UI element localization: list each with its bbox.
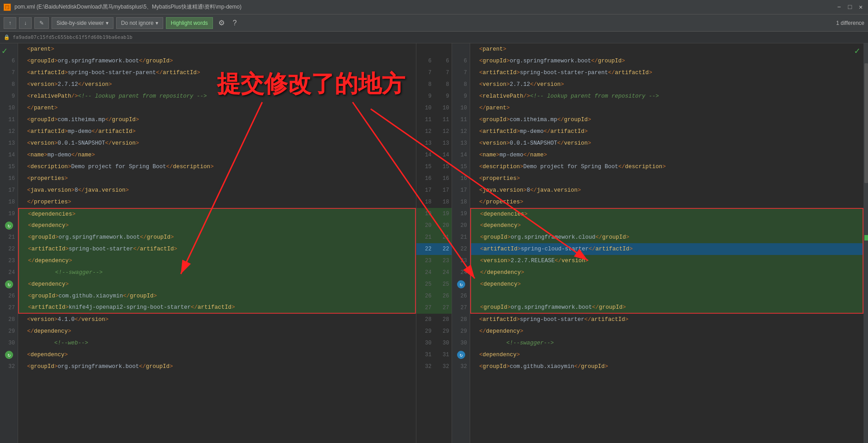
line-number: 21 [452,231,470,243]
code-line: <version>2.7.12</version> [470,79,863,90]
line-number: 17 [452,184,470,196]
line-number: 26 [0,290,18,302]
line-number: 28 [452,314,470,325]
toolbar: ↑ ↓ ✎ Side-by-side viewer ▾ Do not ignor… [0,14,868,32]
line-number: ↻ [0,278,18,290]
middle-row: 3232 [416,361,452,372]
middle-row: 2929 [416,325,452,337]
middle-row: 1313 [416,137,452,149]
ignore-label: Do not ignore [121,20,154,26]
line-number: 20 [452,220,470,231]
code-line: <relativePath/> <!-- lookup parent from … [18,90,416,102]
minimize-button[interactable]: − [835,4,843,11]
line-number: ↻ [452,349,470,361]
left-pane: ✓ 6 7 8 9 10 11 12 13 14 15 16 17 18 19 [0,43,416,443]
edit-button[interactable]: ✎ [34,17,49,29]
line-number: 9 [452,90,470,102]
line-number: 15 [452,161,470,173]
right-code-content: <parent> <groupId>org.springframework.bo… [470,43,863,443]
help-button[interactable]: ? [230,17,240,29]
line-number: 10 [0,102,18,114]
code-line-changed: <groupId>org.springframework.boot</group… [18,231,416,243]
highlight-words-button[interactable]: Highlight words [166,17,213,29]
lock-icon: 🔒 [4,34,10,40]
code-line: <!--swagger--> [470,337,863,349]
close-button[interactable]: ✕ [857,4,864,11]
line-number: 8 [0,79,18,90]
line-number: 32 [452,361,470,372]
line-number: 27 [0,302,18,314]
code-line: <artifactId>spring-boot-starter</artifac… [470,314,863,325]
code-line-changed: <groupId>org.springframework.boot</group… [470,302,863,314]
code-line-changed: <groupId>org.springframework.cloud</grou… [470,231,863,243]
line-number: 13 [0,137,18,149]
window-title: pom.xml (E:\BaiduNetdiskDownload\黑马mybat… [14,3,832,11]
middle-row-changed: 2626 [416,290,452,302]
ignore-dropdown-button[interactable]: Do not ignore ▾ [116,17,163,29]
code-line: <version>0.0.1-SNAPSHOT</version> [18,137,416,149]
change-marker-icon: ↻ [457,351,465,359]
viewer-dropdown-button[interactable]: Side-by-side viewer ▾ [52,17,113,29]
line-number: 16 [0,173,18,184]
line-number: 29 [452,325,470,337]
nav-next-button[interactable]: ↓ [19,17,32,29]
left-check-icon: ✓ [2,45,7,57]
change-marker-icon: ↻ [5,280,13,288]
line-number: 14 [0,149,18,161]
line-number: ↻ [452,278,470,290]
code-line: <name>mp-demo</name> [470,149,863,161]
code-line-highlighted: <artifactId>spring-cloud-starter</artifa… [470,243,863,255]
code-line-changed: <dependency> [470,220,863,231]
code-line: <artifactId>mp-demo</artifactId> [470,126,863,137]
code-line-changed: <dependency> [470,278,863,290]
settings-button[interactable]: ⚙ [216,17,227,29]
line-number: 22 [452,243,470,255]
line-number: 24 [452,267,470,278]
window-controls: − □ ✕ [835,4,864,11]
code-line-changed: <version>2.2.7.RELEASE</version> [470,255,863,267]
maximize-button[interactable]: □ [846,4,854,11]
middle-row: 3131 [416,349,452,361]
middle-row: 1414 [416,149,452,161]
code-line: <groupId>org.springframework.boot</group… [18,55,416,67]
code-line-changed: <dependency> [18,278,416,290]
code-line: <name>mp-demo</name> [18,149,416,161]
line-number: 14 [452,149,470,161]
code-line: <java.version>8</java.version> [18,184,416,196]
code-line: <artifactId>mp-demo</artifactId> [18,126,416,137]
line-number: 30 [452,337,470,349]
middle-row: 77 [416,67,452,79]
app-icon: P [4,4,11,11]
line-number: 28 [0,314,18,325]
code-line: <properties> [470,173,863,184]
right-check-icon: ✓ [854,45,860,57]
change-marker-icon: ↻ [5,351,13,359]
middle-row: 99 [416,90,452,102]
middle-row: 1010 [416,102,452,114]
code-line: <groupId>com.itheima.mp</groupId> [18,114,416,126]
line-number: ↻ [0,349,18,361]
viewer-label: Side-by-side viewer [57,20,104,26]
line-number: 12 [452,126,470,137]
code-line: </dependency> [470,325,863,337]
code-line-changed: <dependency> [18,220,416,231]
middle-row-changed: 2525 [416,278,452,290]
code-line: </properties> [18,196,416,208]
code-line-changed: <dependencies> [18,208,416,220]
code-line-changed [470,290,863,302]
line-number: 7 [0,67,18,79]
line-number: ↻ [0,220,18,231]
line-number: 29 [0,325,18,337]
middle-row-changed: 2121 [416,231,452,243]
line-number: 22 [0,243,18,255]
right-scrollbar[interactable] [863,43,868,443]
code-line: </properties> [470,196,863,208]
nav-prev-button[interactable]: ↑ [4,17,16,29]
change-marker-icon: ↻ [5,222,13,230]
middle-row: 88 [416,79,452,90]
left-pane-inner: 6 7 8 9 10 11 12 13 14 15 16 17 18 19 ↻ … [0,43,416,443]
line-number: 26 [452,290,470,302]
middle-row: 1212 [416,126,452,137]
line-number: 30 [0,337,18,349]
code-line-changed: <groupId>com.github.xiaoymin</groupId> [18,290,416,302]
